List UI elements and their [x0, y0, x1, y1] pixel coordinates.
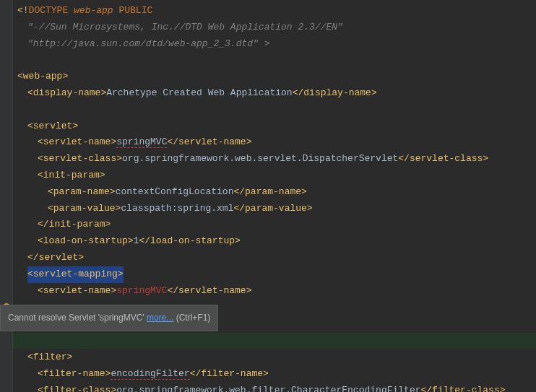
- code-line[interactable]: <display-name>Archetype Created Web Appl…: [17, 85, 536, 102]
- text-displayname: Archetype Created Web Application: [106, 87, 292, 98]
- doctype-root: web-app: [74, 5, 113, 16]
- tag-filtername-open: <filter-name>: [38, 368, 111, 379]
- tooltip-shortcut: (Ctrl+F1): [173, 313, 210, 323]
- code-line[interactable]: </servlet>: [17, 250, 536, 266]
- tooltip-more-link[interactable]: more...: [147, 313, 173, 323]
- text-servletname-error: springMVC: [116, 285, 167, 296]
- tooltip-servlet-name: springMVC: [100, 313, 142, 323]
- code-line[interactable]: <servlet-class>org.springframework.web.s…: [17, 151, 536, 167]
- tooltip-text: Cannot resolve Servlet ': [8, 313, 100, 323]
- tag-paramname-open: <param-name>: [48, 186, 116, 197]
- tag-filtername-close: </filter-name>: [190, 368, 269, 379]
- text-servletclass: org.springframework.web.servlet.Dispatch…: [122, 153, 398, 164]
- tag-filterclass-open: <filter-class>: [38, 385, 116, 392]
- tag-servletname-open: <servlet-name>: [38, 136, 116, 147]
- tag-loadonstartup-open: <load-on-startup>: [38, 235, 134, 246]
- text-servletname: springMVC: [116, 136, 167, 148]
- tag-initparam-open: <init-param>: [38, 170, 105, 180]
- tag-webapp-open: <web-app>: [17, 71, 68, 82]
- tag-servletclass-open: <servlet-class>: [38, 153, 122, 164]
- tag-paramvalue-close: </param-value>: [233, 203, 312, 214]
- tag-servletmapping-open: <servlet-mapping>: [27, 269, 124, 279]
- tag-paramvalue-open: <param-value>: [48, 203, 121, 214]
- code-line[interactable]: <param-name>contextConfigLocation</param…: [17, 184, 536, 201]
- code-line[interactable]: <servlet>: [17, 118, 536, 135]
- tag-paramname-close: </param-name>: [233, 186, 306, 197]
- code-line[interactable]: </init-param>: [17, 217, 536, 233]
- code-line[interactable]: x: [17, 333, 536, 349]
- text-paramvalue: classpath:spring.xml: [121, 203, 233, 214]
- doctype-url: "http://java.sun.com/dtd/web-app_2_3.dtd…: [27, 38, 269, 49]
- tag-loadonstartup-close: </load-on-startup>: [139, 235, 240, 246]
- code-line[interactable]: <filter-name>encodingFilter</filter-name…: [17, 366, 536, 383]
- code-line[interactable]: <param-value>classpath:spring.xml</param…: [17, 201, 536, 217]
- doctype-keyword: DOCTYPE: [29, 5, 69, 16]
- tag-filter-open: <filter>: [27, 352, 72, 362]
- tag-displayname-open: <display-name>: [27, 87, 106, 98]
- code-line[interactable]: <servlet-mapping>: [17, 266, 536, 283]
- blank-line[interactable]: [17, 52, 536, 69]
- code-line[interactable]: <init-param>: [17, 167, 536, 184]
- code-line[interactable]: "http://java.sun.com/dtd/web-app_2_3.dtd…: [17, 36, 536, 53]
- inspection-tooltip: Cannot resolve Servlet 'springMVC' more.…: [0, 305, 218, 331]
- blank-line[interactable]: [17, 102, 536, 118]
- tag-filterclass-close: </filter-class>: [421, 385, 506, 392]
- code-line[interactable]: <!DOCTYPE web-app PUBLIC: [17, 3, 536, 19]
- tag-servletname-close: </servlet-name>: [167, 136, 251, 147]
- doctype-fpi: "-//Sun Microsystems, Inc.//DTD Web Appl…: [27, 22, 343, 32]
- xml-punct: <!: [17, 5, 29, 16]
- caret-line-highlight: [0, 333, 536, 349]
- tag-servletclass-close: </servlet-class>: [398, 153, 488, 164]
- text-filterclass: org.springframework.web.filter.Character…: [116, 385, 420, 392]
- tag-displayname-close: </display-name>: [293, 87, 377, 98]
- tag-servletname-open: <servlet-name>: [38, 285, 116, 296]
- text-filtername: encodingFilter: [111, 368, 189, 380]
- code-line[interactable]: <servlet-name>springMVC</servlet-name>: [17, 134, 536, 151]
- tag-servlet-close: </servlet>: [27, 252, 84, 263]
- code-line[interactable]: <filter-class>org.springframework.web.fi…: [17, 383, 536, 392]
- doctype-public: PUBLIC: [118, 5, 152, 16]
- tag-initparam-close: </init-param>: [38, 219, 111, 230]
- code-line[interactable]: <servlet-name>springMVC</servlet-name>: [17, 283, 536, 300]
- code-line[interactable]: <web-app>: [17, 69, 536, 85]
- code-line[interactable]: "-//Sun Microsystems, Inc.//DTD Web Appl…: [17, 19, 536, 36]
- tag-servlet-open: <servlet>: [27, 121, 78, 131]
- code-line[interactable]: <filter>: [17, 349, 536, 366]
- tag-servletname-close: </servlet-name>: [167, 285, 251, 296]
- code-line[interactable]: <load-on-startup>1</load-on-startup>: [17, 233, 536, 250]
- text-paramname: contextConfigLocation: [116, 186, 234, 197]
- code-editor[interactable]: <!DOCTYPE web-app PUBLIC "-//Sun Microsy…: [0, 0, 536, 392]
